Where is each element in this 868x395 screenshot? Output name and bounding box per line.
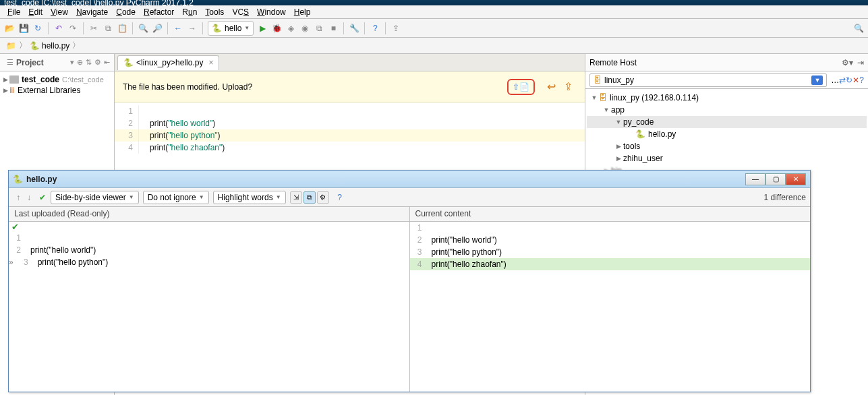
close-tab-icon[interactable]: ×: [208, 58, 213, 67]
sync-scroll-icon[interactable]: ⧉: [303, 191, 316, 204]
collapse-icon[interactable]: ▼: [589, 94, 599, 101]
undo-icon[interactable]: ↶: [53, 23, 64, 34]
diff-icon[interactable]: ⇪: [564, 80, 573, 93]
collapse-icon[interactable]: ▼: [614, 119, 623, 125]
hide-icon[interactable]: ⇥: [857, 58, 864, 67]
expand-icon[interactable]: ▶: [614, 155, 623, 162]
paste-icon[interactable]: 📋: [117, 23, 127, 34]
code-editor[interactable]: 12print("hello world")3print("hello pyth…: [115, 102, 585, 154]
menu-navigate[interactable]: Navigate: [73, 7, 111, 18]
menu-vcs[interactable]: VCS: [229, 7, 252, 18]
refresh-icon[interactable]: ↻: [846, 75, 852, 85]
collapse-icon[interactable]: ▼: [602, 107, 611, 113]
menu-file[interactable]: File: [4, 7, 24, 18]
help-icon[interactable]: ?: [859, 75, 864, 85]
accept-icon[interactable]: ✔: [37, 192, 48, 203]
expand-icon[interactable]: ▶: [614, 143, 623, 150]
open-icon[interactable]: 📂: [4, 23, 15, 34]
ignore-combo[interactable]: Do not ignore▼: [143, 191, 209, 204]
upload-button-highlight[interactable]: ⇧📄: [507, 79, 535, 95]
concurrency-icon[interactable]: ⧉: [314, 23, 324, 34]
breadcrumb-file[interactable]: hello.py: [42, 41, 69, 51]
diff-line[interactable]: 2print("hello world"): [9, 244, 409, 256]
cut-icon[interactable]: ✂: [88, 23, 99, 34]
back-icon[interactable]: ←: [173, 23, 183, 34]
more-icon[interactable]: …: [831, 75, 839, 85]
code-line[interactable]: 2print("hello world"): [115, 117, 585, 129]
sync-icon[interactable]: ↻: [32, 23, 43, 34]
maximize-button[interactable]: ▢: [765, 173, 786, 185]
gear-icon[interactable]: ⚙: [94, 58, 101, 67]
prev-diff-icon[interactable]: ↑: [13, 192, 24, 203]
diff-left-pane[interactable]: ✔ 12print("hello world")»3print("hello p…: [9, 222, 409, 392]
diff-line[interactable]: 1: [410, 222, 811, 234]
diff-line[interactable]: 3print("hello python"): [410, 246, 811, 258]
expand-icon[interactable]: ▶: [1, 87, 9, 94]
replace-icon[interactable]: 🔎: [152, 23, 163, 34]
diff-titlebar[interactable]: 🐍 hello.py — ▢ ✕: [9, 171, 810, 188]
close-button[interactable]: ✕: [786, 173, 806, 185]
diff-line[interactable]: 4print("hello zhaofan"): [410, 258, 811, 270]
menu-help[interactable]: Help: [291, 7, 314, 18]
debug-icon[interactable]: 🐞: [271, 23, 282, 34]
diff-remote-icon[interactable]: ⇄: [839, 75, 846, 85]
menu-view[interactable]: View: [47, 7, 71, 18]
settings-icon[interactable]: 🔧: [349, 23, 359, 34]
search-everywhere-icon[interactable]: 🔍: [853, 23, 864, 34]
profile-icon[interactable]: ◉: [299, 23, 310, 34]
chevron-down-icon[interactable]: ▾: [70, 58, 74, 67]
minimize-button[interactable]: —: [745, 173, 765, 185]
menu-code[interactable]: Code: [113, 7, 139, 18]
collapse-unchanged-icon[interactable]: ⇲: [290, 191, 302, 204]
redo-icon[interactable]: ↷: [67, 23, 78, 34]
deploy-icon[interactable]: ⇪: [390, 23, 401, 34]
menu-window[interactable]: Window: [254, 7, 289, 18]
remote-root-row[interactable]: ▼ 🗄 linux_py (192.168.0.114): [587, 92, 867, 104]
remote-folder-tools[interactable]: ▶ tools: [587, 140, 867, 152]
code-line[interactable]: 4print("hello zhaofan"): [115, 142, 585, 154]
stop-icon[interactable]: ■: [328, 23, 339, 34]
expand-icon[interactable]: ▶: [1, 76, 9, 83]
hide-icon[interactable]: ⇤: [104, 58, 110, 67]
scroll-icon[interactable]: ⇅: [86, 58, 92, 67]
diff-line[interactable]: »3print("hello python"): [9, 256, 409, 268]
folder-icon[interactable]: 📁: [5, 40, 16, 51]
forward-icon[interactable]: →: [187, 23, 198, 34]
remote-folder-pycode[interactable]: ▼ py_code: [587, 116, 867, 128]
remote-file-hello[interactable]: 🐍 hello.py: [587, 128, 867, 140]
revert-icon[interactable]: ↩: [547, 80, 556, 93]
coverage-icon[interactable]: ◈: [285, 23, 296, 34]
project-view-icon[interactable]: ☰: [7, 58, 13, 67]
disconnect-icon[interactable]: ✕: [852, 75, 859, 85]
diff-right-pane[interactable]: 12print("hello world")3print("hello pyth…: [409, 222, 811, 392]
save-icon[interactable]: 💾: [18, 23, 29, 34]
editor-tab[interactable]: 🐍 <linux_py> hello.py ×: [117, 55, 219, 70]
next-diff-icon[interactable]: ↓: [24, 192, 34, 203]
help-icon[interactable]: ?: [370, 23, 380, 34]
menu-tools[interactable]: Tools: [202, 7, 227, 18]
menu-run[interactable]: Run: [179, 7, 200, 18]
find-icon[interactable]: 🔍: [138, 23, 148, 34]
copy-icon[interactable]: ⧉: [103, 23, 113, 34]
remote-folder-app[interactable]: ▼ app: [587, 104, 867, 116]
project-title: Project: [16, 58, 67, 67]
menu-edit[interactable]: Edit: [25, 7, 46, 18]
chevron-down-icon: ▼: [244, 25, 250, 31]
settings-icon[interactable]: ⚙: [317, 191, 329, 204]
code-line[interactable]: 3print("hello python"): [115, 129, 585, 142]
remote-folder-zhihu[interactable]: ▶ zhihu_user: [587, 152, 867, 164]
gear-icon[interactable]: ⚙▾: [842, 58, 853, 67]
help-icon[interactable]: ?: [335, 192, 345, 203]
collapse-icon[interactable]: ⊕: [77, 58, 83, 67]
diff-line[interactable]: 1: [9, 232, 409, 244]
run-config-combo[interactable]: 🐍 hello ▼: [208, 21, 254, 36]
highlight-combo[interactable]: Highlight words▼: [213, 191, 286, 204]
remote-server-combo[interactable]: 🗄 linux_py ▼: [589, 73, 827, 87]
code-line[interactable]: 1: [115, 105, 585, 117]
external-libs-row[interactable]: ▶ ⅲ External Libraries: [1, 85, 113, 96]
run-icon[interactable]: ▶: [257, 23, 268, 34]
menu-refactor[interactable]: Refactor: [140, 7, 177, 18]
diff-line[interactable]: 2print("hello world"): [410, 234, 811, 246]
viewer-mode-combo[interactable]: Side-by-side viewer▼: [51, 191, 139, 204]
project-root-row[interactable]: ▶ test_code C:\test_code: [1, 74, 113, 85]
